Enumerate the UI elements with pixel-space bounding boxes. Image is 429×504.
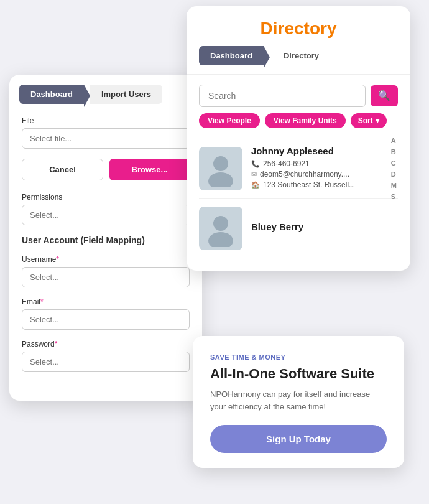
person-name: Johnny Appleseed: [251, 146, 398, 156]
sort-button[interactable]: Sort ▾: [351, 113, 387, 128]
import-users-card: Dashboard Import Users File Cancel Brows…: [9, 75, 202, 401]
svg-point-2: [213, 216, 228, 231]
person-avatar-svg: [202, 150, 239, 187]
list-item[interactable]: Johnny Appleseed 📞 256-460-6921 ✉ deom5@…: [199, 138, 398, 199]
email-input[interactable]: [22, 309, 190, 330]
import-form-body: File Cancel Browse... Permissions User A…: [9, 116, 202, 372]
person-address: 🏠 123 Southeast St. Russell...: [251, 180, 398, 189]
search-row: 🔍: [187, 75, 410, 113]
svg-point-0: [213, 156, 228, 171]
promo-tag: SAVE TIME & MONEY: [210, 353, 387, 361]
list-item[interactable]: Bluey Berry: [199, 199, 398, 258]
email-icon: ✉: [251, 170, 257, 179]
directory-title: Directory: [187, 6, 410, 46]
signup-button[interactable]: Sign Up Today: [210, 425, 387, 453]
dir-tab-directory[interactable]: Directory: [272, 46, 330, 65]
password-label: Password*: [22, 340, 190, 348]
alpha-a[interactable]: A: [391, 137, 397, 144]
field-mapping-section: User Account (Field Mapping) Username* E…: [22, 235, 190, 372]
promo-description: NPOHarmony can pay for itself and increa…: [210, 388, 387, 413]
person-list: Johnny Appleseed 📞 256-460-6921 ✉ deom5@…: [187, 138, 410, 258]
view-people-button[interactable]: View People: [199, 113, 260, 128]
email-label: Email*: [22, 297, 190, 306]
password-group: Password*: [22, 340, 190, 372]
dir-tab-dashboard[interactable]: Dashboard: [199, 46, 264, 65]
username-input[interactable]: [22, 267, 190, 287]
permissions-input[interactable]: [22, 205, 190, 225]
avatar: [199, 147, 242, 190]
person-info-2: Bluey Berry: [251, 222, 398, 235]
import-tabs: Dashboard Import Users: [9, 75, 202, 104]
svg-point-1: [208, 172, 233, 187]
alpha-d[interactable]: D: [391, 170, 397, 178]
view-family-button[interactable]: View Family Units: [265, 113, 346, 128]
password-input[interactable]: [22, 352, 190, 372]
tab-import-users[interactable]: Import Users: [90, 85, 162, 104]
alpha-index: A B C D M S: [391, 138, 398, 198]
filter-row: View People View Family Units Sort ▾: [187, 113, 410, 138]
cancel-button[interactable]: Cancel: [22, 159, 103, 180]
file-action-row: Cancel Browse...: [22, 159, 190, 180]
alpha-b[interactable]: B: [391, 148, 397, 156]
username-group: Username*: [22, 255, 190, 287]
home-icon: 🏠: [251, 181, 260, 189]
directory-card: Directory Dashboard Directory 🔍 View Peo…: [187, 6, 410, 271]
person-phone: 📞 256-460-6921: [251, 159, 398, 168]
alpha-m[interactable]: M: [391, 182, 397, 189]
search-icon: 🔍: [378, 90, 390, 101]
file-label: File: [22, 116, 190, 125]
search-button[interactable]: 🔍: [371, 85, 398, 106]
username-label: Username*: [22, 255, 190, 264]
permissions-group: Permissions: [22, 193, 190, 225]
person-name-2: Bluey Berry: [251, 222, 398, 232]
chevron-down-icon: ▾: [376, 116, 379, 125]
phone-icon: 📞: [251, 160, 260, 168]
browse-button[interactable]: Browse...: [109, 159, 190, 180]
field-mapping-title: User Account (Field Mapping): [22, 235, 190, 245]
file-group: File: [22, 116, 190, 149]
person-avatar-svg-2: [202, 210, 239, 247]
person-email: ✉ deom5@churchharmony....: [251, 170, 398, 179]
search-input[interactable]: [199, 85, 366, 107]
tab-dashboard[interactable]: Dashboard: [19, 85, 84, 104]
directory-tabs: Dashboard Directory: [187, 46, 410, 75]
promo-card: SAVE TIME & MONEY All-In-One Software Su…: [193, 336, 404, 468]
email-group: Email*: [22, 297, 190, 330]
person-info: Johnny Appleseed 📞 256-460-6921 ✉ deom5@…: [251, 146, 398, 191]
promo-headline: All-In-One Software Suite: [210, 366, 387, 382]
alpha-c[interactable]: C: [391, 159, 397, 167]
file-input[interactable]: [22, 128, 190, 149]
permissions-label: Permissions: [22, 193, 190, 202]
avatar: [199, 207, 242, 250]
svg-point-3: [208, 232, 233, 247]
